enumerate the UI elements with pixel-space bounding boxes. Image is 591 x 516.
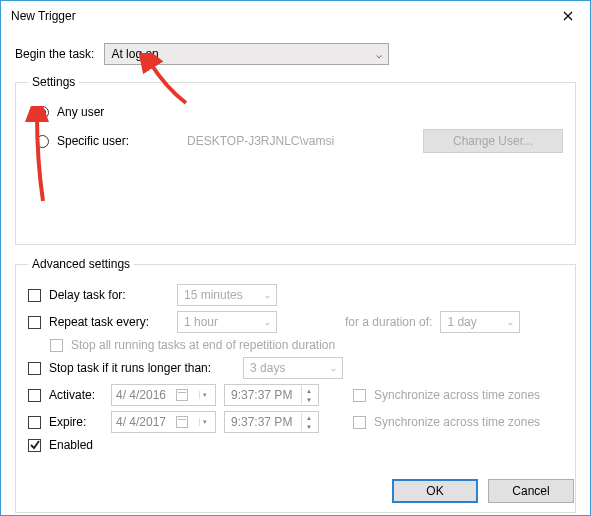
sync-expire-checkbox bbox=[353, 416, 366, 429]
dialog-window: New Trigger Begin the task: At log on ⌵ … bbox=[0, 0, 591, 516]
begin-task-combo[interactable]: At log on ⌵ bbox=[104, 43, 389, 65]
settings-group: Settings Any user Specific user: DESKTOP… bbox=[15, 75, 576, 245]
expire-label: Expire: bbox=[49, 415, 103, 429]
any-user-label: Any user bbox=[57, 105, 104, 119]
expire-date-value: 4/ 4/2017 bbox=[116, 415, 166, 429]
chevron-down-icon: ▾ bbox=[199, 418, 211, 426]
sync-activate-checkbox bbox=[353, 389, 366, 402]
stop-longer-label: Stop task if it runs longer than: bbox=[49, 361, 211, 375]
repeat-row: Repeat task every: 1 hour ⌵ for a durati… bbox=[28, 311, 563, 333]
spin-down-icon: ▼ bbox=[302, 422, 316, 431]
stop-longer-checkbox[interactable] bbox=[28, 362, 41, 375]
activate-time: 9:37:37 PM ▲▼ bbox=[224, 384, 319, 406]
activate-checkbox[interactable] bbox=[28, 389, 41, 402]
stop-all-label: Stop all running tasks at end of repetit… bbox=[71, 338, 335, 352]
repeat-value: 1 hour bbox=[184, 315, 218, 329]
delay-checkbox[interactable] bbox=[28, 289, 41, 302]
expire-date: 4/ 4/2017 ▾ bbox=[111, 411, 216, 433]
cancel-label: Cancel bbox=[512, 484, 549, 498]
expire-time-value: 9:37:37 PM bbox=[231, 415, 292, 429]
begin-task-row: Begin the task: At log on ⌵ bbox=[15, 43, 576, 65]
chevron-down-icon: ⌵ bbox=[265, 291, 270, 300]
activate-label: Activate: bbox=[49, 388, 103, 402]
activate-time-value: 9:37:37 PM bbox=[231, 388, 292, 402]
chevron-down-icon: ⌵ bbox=[331, 364, 336, 373]
calendar-icon bbox=[176, 416, 188, 428]
ok-button[interactable]: OK bbox=[392, 479, 478, 503]
close-button[interactable] bbox=[546, 1, 590, 31]
stop-all-checkbox bbox=[50, 339, 63, 352]
chevron-down-icon: ⌵ bbox=[376, 49, 382, 60]
spin-up-icon: ▲ bbox=[302, 413, 316, 422]
enabled-row: Enabled bbox=[28, 438, 563, 452]
titlebar: New Trigger bbox=[1, 1, 590, 31]
expire-time: 9:37:37 PM ▲▼ bbox=[224, 411, 319, 433]
specific-user-radio[interactable] bbox=[36, 135, 49, 148]
duration-select: 1 day ⌵ bbox=[440, 311, 520, 333]
sync-activate-label: Synchronize across time zones bbox=[374, 388, 540, 402]
stop-longer-select: 3 days ⌵ bbox=[243, 357, 343, 379]
stop-longer-row: Stop task if it runs longer than: 3 days… bbox=[28, 357, 563, 379]
advanced-legend: Advanced settings bbox=[28, 257, 134, 271]
expire-row: Expire: 4/ 4/2017 ▾ 9:37:37 PM ▲▼ Synchr… bbox=[28, 411, 563, 433]
repeat-select: 1 hour ⌵ bbox=[177, 311, 277, 333]
specific-user-row[interactable]: Specific user: DESKTOP-J3RJNLC\vamsi Cha… bbox=[36, 129, 563, 153]
window-title: New Trigger bbox=[11, 9, 76, 23]
time-spinner: ▲▼ bbox=[301, 386, 316, 404]
activate-date-value: 4/ 4/2016 bbox=[116, 388, 166, 402]
settings-legend: Settings bbox=[28, 75, 79, 89]
ok-label: OK bbox=[426, 484, 443, 498]
calendar-icon bbox=[176, 389, 188, 401]
close-icon bbox=[563, 11, 573, 21]
enabled-checkbox[interactable] bbox=[28, 439, 41, 452]
content-area: Begin the task: At log on ⌵ Settings Any… bbox=[1, 31, 590, 516]
repeat-checkbox[interactable] bbox=[28, 316, 41, 329]
cancel-button[interactable]: Cancel bbox=[488, 479, 574, 503]
stop-all-row: Stop all running tasks at end of repetit… bbox=[50, 338, 563, 352]
any-user-row[interactable]: Any user bbox=[36, 105, 563, 119]
delay-value: 15 minutes bbox=[184, 288, 243, 302]
time-spinner: ▲▼ bbox=[301, 413, 316, 431]
any-user-radio[interactable] bbox=[36, 106, 49, 119]
spin-up-icon: ▲ bbox=[302, 386, 316, 395]
begin-task-value: At log on bbox=[111, 47, 158, 61]
expire-checkbox[interactable] bbox=[28, 416, 41, 429]
change-user-label: Change User... bbox=[453, 134, 533, 148]
begin-task-label: Begin the task: bbox=[15, 47, 94, 61]
duration-label: for a duration of: bbox=[345, 315, 432, 329]
change-user-button: Change User... bbox=[423, 129, 563, 153]
advanced-group: Advanced settings Delay task for: 15 min… bbox=[15, 257, 576, 513]
delay-row: Delay task for: 15 minutes ⌵ bbox=[28, 284, 563, 306]
chevron-down-icon: ▾ bbox=[199, 391, 211, 399]
delay-label: Delay task for: bbox=[49, 288, 169, 302]
repeat-label: Repeat task every: bbox=[49, 315, 169, 329]
activate-row: Activate: 4/ 4/2016 ▾ 9:37:37 PM ▲▼ Sync… bbox=[28, 384, 563, 406]
chevron-down-icon: ⌵ bbox=[265, 318, 270, 327]
specific-user-value: DESKTOP-J3RJNLC\vamsi bbox=[187, 134, 334, 148]
activate-date: 4/ 4/2016 ▾ bbox=[111, 384, 216, 406]
enabled-label: Enabled bbox=[49, 438, 93, 452]
stop-longer-value: 3 days bbox=[250, 361, 285, 375]
delay-select: 15 minutes ⌵ bbox=[177, 284, 277, 306]
sync-expire-label: Synchronize across time zones bbox=[374, 415, 540, 429]
footer-buttons: OK Cancel bbox=[392, 479, 574, 503]
specific-user-label: Specific user: bbox=[57, 134, 129, 148]
duration-value: 1 day bbox=[447, 315, 476, 329]
spin-down-icon: ▼ bbox=[302, 395, 316, 404]
chevron-down-icon: ⌵ bbox=[508, 318, 513, 327]
